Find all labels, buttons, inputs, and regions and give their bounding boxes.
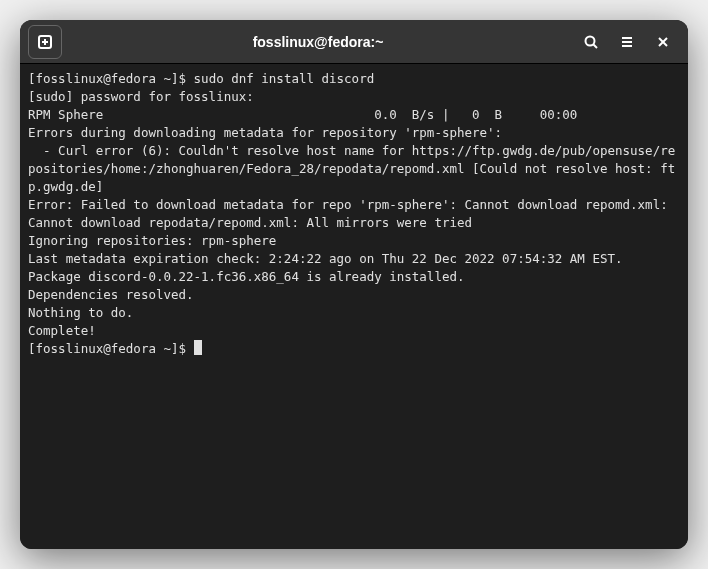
output-line: Ignoring repositories: rpm-sphere <box>28 233 276 248</box>
command-text: sudo dnf install discord <box>194 71 375 86</box>
output-line: Error: Failed to download metadata for r… <box>28 197 675 230</box>
titlebar: fosslinux@fedora:~ <box>20 20 688 64</box>
terminal-window: fosslinux@fedora:~ <box>20 20 688 549</box>
output-line: - Curl error (6): Couldn't resolve host … <box>28 143 675 194</box>
output-line: RPM Sphere 0.0 B/s | 0 B 00:00 <box>28 107 577 122</box>
hamburger-icon <box>619 34 635 50</box>
search-icon <box>583 34 599 50</box>
window-title: fosslinux@fedora:~ <box>66 34 570 50</box>
search-button[interactable] <box>574 25 608 59</box>
titlebar-controls <box>574 25 680 59</box>
output-line: [sudo] password for fosslinux: <box>28 89 254 104</box>
output-line: Complete! <box>28 323 96 338</box>
shell-prompt: [fosslinux@fedora ~]$ <box>28 71 194 86</box>
cursor <box>194 340 202 355</box>
output-line: Dependencies resolved. <box>28 287 194 302</box>
menu-button[interactable] <box>610 25 644 59</box>
new-tab-button[interactable] <box>28 25 62 59</box>
svg-point-3 <box>586 36 595 45</box>
output-line: Package discord-0.0.22-1.fc36.x86_64 is … <box>28 269 465 284</box>
shell-prompt: [fosslinux@fedora ~]$ <box>28 341 194 356</box>
close-button[interactable] <box>646 25 680 59</box>
output-line: Errors during downloading metadata for r… <box>28 125 502 140</box>
output-line: Nothing to do. <box>28 305 133 320</box>
close-icon <box>655 34 671 50</box>
output-line: Last metadata expiration check: 2:24:22 … <box>28 251 623 266</box>
svg-line-4 <box>594 44 598 48</box>
plus-icon <box>37 34 53 50</box>
terminal-output[interactable]: [fosslinux@fedora ~]$ sudo dnf install d… <box>20 64 688 549</box>
